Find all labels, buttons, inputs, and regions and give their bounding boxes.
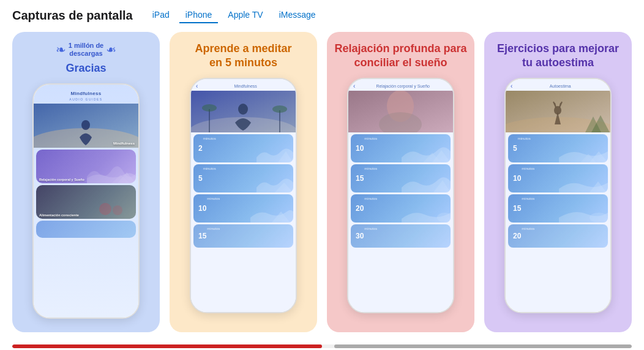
svg-point-9 <box>238 104 248 115</box>
meditation-time-2-3: 10 <box>198 205 206 212</box>
meditation-unit-4-1: minutos <box>518 137 531 140</box>
screenshots-gallery: ❧ 1 millón dedescargas ❧ Gracias Mindful… <box>12 32 632 340</box>
meditation-time-4-1: 5 <box>513 145 517 152</box>
meditation-time-2-4: 15 <box>198 232 206 240</box>
page-title: Capturas de pantalla <box>12 9 133 23</box>
screenshot-card-2[interactable]: Aprende a meditaren 5 minutos ‹ Mindfuln… <box>170 32 317 332</box>
laurel-left-icon: ❧ <box>56 42 66 57</box>
back-icon-4: ‹ <box>511 83 512 89</box>
tab-iphone[interactable]: iPhone <box>179 7 219 23</box>
screenshot-card-1[interactable]: ❧ 1 millón dedescargas ❧ Gracias Mindful… <box>12 32 160 332</box>
badge-text: 1 millón dedescargas <box>69 42 103 58</box>
tab-ipad[interactable]: iPad <box>146 7 176 23</box>
screen3-nav-title: Relajación corporal y Sueño <box>358 84 448 88</box>
meditation-unit-2-4: minutos <box>207 227 220 230</box>
screen4-hero <box>506 91 610 132</box>
screen3-nav: ‹ Relajación corporal y Sueño <box>348 79 453 91</box>
phone-mockup-3: ‹ Relajación corporal y Sueño <box>347 78 454 313</box>
meditation-item-3-1: 10 minutos <box>351 134 451 162</box>
phone-screen-3: ‹ Relajación corporal y Sueño <box>348 79 453 312</box>
phone-mockup-1: Mindfulness AUDIO GUIDES <box>32 83 140 319</box>
wave-icon-2-3 <box>244 200 293 223</box>
tab-appletv[interactable]: Apple TV <box>222 7 269 23</box>
meditation-time-3-3: 20 <box>356 205 364 212</box>
meditation-unit-2-1: minutos <box>203 137 216 140</box>
meditation-unit-3-3: minutos <box>364 197 377 200</box>
card-title-1: Gracias <box>66 61 106 75</box>
screen1-item2-label: Relajación corporal y Sueño <box>36 176 88 183</box>
scrollbar-container[interactable] <box>12 344 632 348</box>
card-title-4: Ejercicios para mejorartu autoestima <box>497 42 619 70</box>
meditation-item-3-2: 15 minutos <box>351 164 451 192</box>
meditation-item-4-2: 10 minutos <box>508 164 608 192</box>
meditation-time-4-3: 15 <box>513 205 521 212</box>
screen2-nav: ‹ Mindfulness <box>191 79 296 91</box>
screenshot-card-4[interactable]: Ejercicios para mejorartu autoestima ‹ A… <box>484 32 632 332</box>
hero-illustration-3 <box>348 91 453 132</box>
meditation-time-2-1: 2 <box>198 145 203 152</box>
screen3-hero <box>348 91 453 132</box>
screen2-nav-title: Mindfulness <box>200 84 291 88</box>
screen4-nav: ‹ Autoestima <box>506 79 610 91</box>
screenshot-card-3[interactable]: Relajación profunda paraconciliar el sue… <box>327 32 474 332</box>
meditation-item-2-1: 2 minutos <box>193 134 293 162</box>
page-container: Capturas de pantalla iPad iPhone Apple T… <box>0 0 644 348</box>
meditation-item-2-3: 10 minutos <box>193 194 293 223</box>
screen1-item3: Alimentación consciente <box>36 185 136 219</box>
header: Capturas de pantalla iPad iPhone Apple T… <box>12 7 632 23</box>
svg-point-2 <box>81 120 90 130</box>
meditation-unit-3-2: minutos <box>364 167 377 170</box>
wave-icon-4-1 <box>559 140 608 162</box>
meditation-time-3-2: 15 <box>356 175 364 182</box>
phone-mockup-4: ‹ Autoestima <box>504 78 612 313</box>
tab-imessage[interactable]: iMessage <box>273 7 322 23</box>
meditation-unit-3-4: minutos <box>364 227 377 230</box>
screen1-subtitle: AUDIO GUIDES <box>34 97 138 101</box>
phone-mockup-2: ‹ Mindfulness <box>190 78 297 313</box>
wave-icon-4-3 <box>559 200 608 223</box>
screen4-nav-title: Autoestima <box>515 84 605 88</box>
screen1-item1-label: Mindfulness <box>113 142 135 145</box>
meditation-unit-3-1: minutos <box>364 137 377 140</box>
card-title-3: Relajación profunda paraconciliar el sue… <box>334 42 466 70</box>
svg-point-5 <box>99 203 111 215</box>
meditation-item-2-2: 5 minutos <box>193 164 293 192</box>
meditation-item-2-4: 15 minutos <box>193 224 293 248</box>
screen1-item4 <box>36 221 136 238</box>
wave-icon-3-1 <box>402 140 451 162</box>
badge: ❧ 1 millón dedescargas ❧ <box>56 42 116 59</box>
phone-screen-4: ‹ Autoestima <box>506 79 610 312</box>
screen1-item3-label: Alimentación consciente <box>36 211 82 219</box>
card-title-2: Aprende a meditaren 5 minutos <box>195 42 291 70</box>
badge-laurel: ❧ 1 millón dedescargas ❧ <box>56 42 116 58</box>
meditation-unit-2-3: minutos <box>207 197 220 200</box>
screen1-item2: Relajación corporal y Sueño <box>36 150 136 183</box>
svg-point-11 <box>202 104 217 112</box>
meditation-item-4-1: 5 minutos <box>508 134 608 162</box>
meditation-unit-4-4: minutos <box>522 227 534 230</box>
laurel-right-icon: ❧ <box>106 42 116 57</box>
meditation-time-3-1: 10 <box>356 145 364 152</box>
back-icon-2: ‹ <box>196 83 198 89</box>
wave-icon-3-3 <box>402 200 451 223</box>
svg-point-13 <box>272 105 287 113</box>
meditation-item-4-3: 15 minutos <box>508 194 608 223</box>
wave-icon-2-2 <box>244 170 293 192</box>
svg-point-26 <box>554 106 561 115</box>
scrollbar-thumb-gray[interactable] <box>334 344 632 348</box>
wave-icon-3-2 <box>402 170 451 192</box>
meditation-item-3-3: 20 minutos <box>351 194 451 223</box>
hero-illustration-2 <box>191 91 296 132</box>
phone-screen-1: Mindfulness AUDIO GUIDES <box>34 85 138 318</box>
meditation-item-4-4: 20 minutos <box>508 224 608 248</box>
meditation-unit-2-2: minutos <box>203 167 216 170</box>
screen2-hero <box>191 91 296 132</box>
wave-icon-2 <box>87 161 136 183</box>
meditation-item-3-4: 30 minutos <box>351 224 451 248</box>
scrollbar-thumb-red[interactable] <box>12 344 322 348</box>
meditation-time-4-2: 10 <box>513 175 521 182</box>
svg-point-32 <box>590 213 608 223</box>
screen1-hero: Mindfulness <box>34 104 138 148</box>
svg-point-6 <box>113 205 122 215</box>
phone-screen-2: ‹ Mindfulness <box>191 79 296 312</box>
